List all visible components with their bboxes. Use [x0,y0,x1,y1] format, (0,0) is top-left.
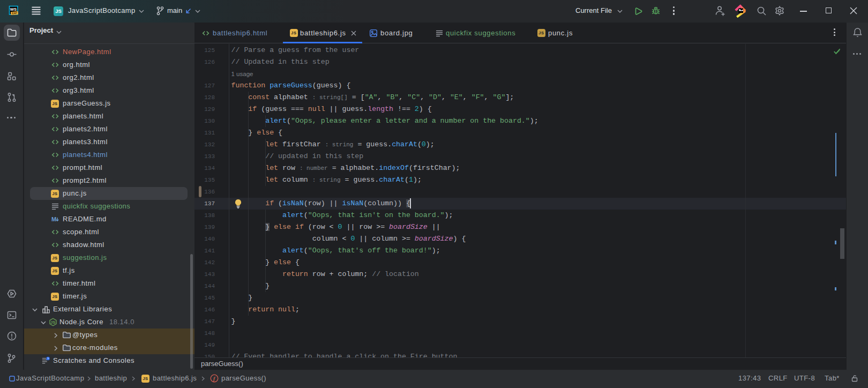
svg-text:JS: JS [50,320,56,324]
svg-text:M: M [51,216,57,222]
svg-text:f: f [213,376,216,382]
svg-text:EAP: EAP [12,12,17,15]
